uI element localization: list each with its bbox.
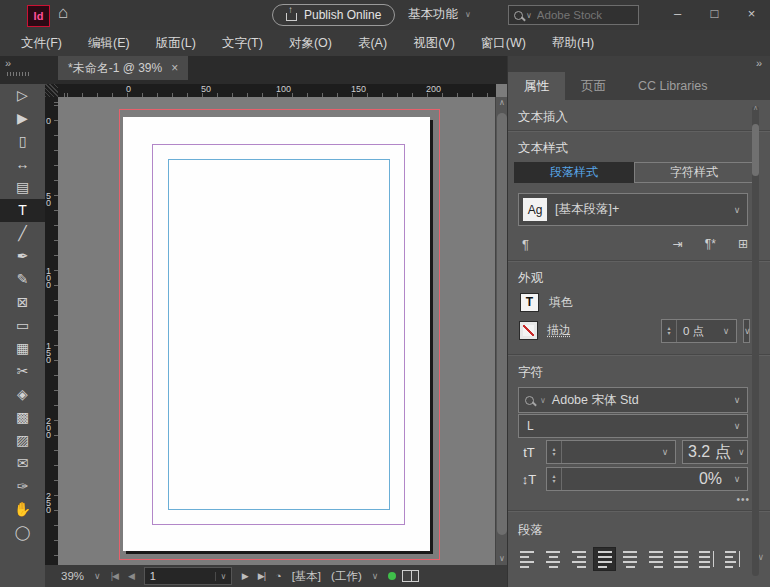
- justify-all-button[interactable]: [670, 547, 693, 571]
- chevron-down-icon[interactable]: ∨: [655, 441, 675, 463]
- chevron-down-icon[interactable]: ∨: [727, 468, 747, 490]
- previous-page-button[interactable]: ◀: [128, 571, 134, 581]
- stroke-weight-field[interactable]: ▴▾ 0 点 ∨: [661, 319, 737, 343]
- tools-grip-handle[interactable]: [7, 72, 29, 76]
- last-page-button[interactable]: ▶|: [258, 571, 265, 581]
- tab-close-icon[interactable]: ×: [171, 61, 178, 75]
- tools-collapse-icon[interactable]: »: [5, 57, 11, 69]
- menu-layout[interactable]: 版面(L): [143, 30, 209, 56]
- scissors-tool[interactable]: ✂: [0, 360, 45, 383]
- rectangle-tool[interactable]: ▭: [0, 314, 45, 337]
- stroke-label[interactable]: 描边: [547, 322, 571, 339]
- free-transform-tool[interactable]: ◈: [0, 383, 45, 406]
- content-collector-tool[interactable]: ▤: [0, 176, 45, 199]
- next-page-button[interactable]: ▶: [242, 571, 248, 581]
- chevron-down-icon[interactable]: ∨: [744, 320, 751, 342]
- gradient-feather-tool[interactable]: ▨: [0, 429, 45, 452]
- font-style-dropdown[interactable]: L ∨: [518, 414, 748, 438]
- tab-pages[interactable]: 页面: [565, 72, 622, 100]
- menu-object[interactable]: 对象(O): [276, 30, 345, 56]
- zoom-level[interactable]: 39%: [61, 570, 84, 582]
- new-style-icon[interactable]: ⊞: [738, 237, 748, 251]
- workspace-switcher[interactable]: 基本功能 ∨: [408, 6, 471, 23]
- type-tool[interactable]: T: [0, 199, 45, 222]
- align-right-button[interactable]: [567, 547, 590, 571]
- stroke-swatch[interactable]: [520, 322, 537, 339]
- page-tool[interactable]: ▯: [0, 130, 45, 153]
- gap-tool[interactable]: ↔: [0, 153, 45, 176]
- font-size-secondary-field[interactable]: 3.2 点 ∨: [682, 440, 748, 464]
- first-page-button[interactable]: |◀: [111, 571, 118, 581]
- chevron-down-icon[interactable]: ∨: [716, 320, 736, 342]
- align-center-button[interactable]: [542, 547, 565, 571]
- clear-overrides-icon[interactable]: ¶*: [705, 237, 716, 251]
- preflight-preset[interactable]: [基本]: [292, 569, 321, 584]
- preflight-icon[interactable]: ◔: [275, 570, 282, 582]
- horizontal-grid-tool[interactable]: ▦: [0, 337, 45, 360]
- menu-view[interactable]: 视图(V): [400, 30, 468, 56]
- menu-table[interactable]: 表(A): [345, 30, 400, 56]
- selection-tool[interactable]: ▷: [0, 84, 45, 107]
- close-button[interactable]: ×: [733, 0, 770, 26]
- page-number-field[interactable]: ∨: [144, 567, 232, 585]
- font-family-dropdown[interactable]: ∨ Adobe 宋体 Std ∨: [518, 387, 748, 413]
- rectangle-frame-tool[interactable]: ⊠: [0, 291, 45, 314]
- chevron-down-icon[interactable]: ∨: [736, 441, 747, 463]
- justify-last-left-button[interactable]: [593, 547, 616, 571]
- preflight-chevron-icon[interactable]: ∨: [372, 571, 379, 581]
- horizontal-ruler[interactable]: 0 50 100 150 200: [58, 84, 496, 97]
- pen-tool[interactable]: ✒: [0, 245, 45, 268]
- more-options-icon[interactable]: •••: [736, 494, 750, 505]
- fill-swatch[interactable]: T: [520, 293, 539, 312]
- align-away-spine-button[interactable]: [721, 547, 744, 571]
- paragraph-style-dropdown[interactable]: Ag [基本段落]+ ∨: [518, 193, 748, 226]
- tab-cc-libraries[interactable]: CC Libraries: [622, 72, 723, 100]
- stroke-weight-value[interactable]: 0 点: [677, 324, 710, 339]
- scrollbar-thumb[interactable]: [497, 113, 507, 535]
- panel-scrollbar[interactable]: ∧: [752, 106, 759, 576]
- zoom-chevron-icon[interactable]: ∨: [94, 571, 101, 581]
- publish-online-button[interactable]: Publish Online: [272, 4, 395, 26]
- text-frame[interactable]: [168, 159, 390, 510]
- home-icon[interactable]: ⌂: [58, 3, 68, 23]
- gradient-swatch-tool[interactable]: ▩: [0, 406, 45, 429]
- menu-help[interactable]: 帮助(H): [539, 30, 607, 56]
- leading-value[interactable]: 0%: [694, 470, 727, 488]
- leading-field[interactable]: ▴▾ 0% ∨: [546, 467, 748, 491]
- page-dropdown-icon[interactable]: ∨: [215, 572, 231, 581]
- justify-last-center-button[interactable]: [619, 547, 642, 571]
- panel-collapse-icon[interactable]: »: [756, 57, 762, 69]
- character-style-tab[interactable]: 字符样式: [634, 162, 754, 183]
- font-size-secondary-value[interactable]: 3.2 点: [683, 442, 736, 463]
- align-left-button[interactable]: [516, 547, 539, 571]
- panel-scrollbar-thumb[interactable]: [752, 124, 759, 176]
- line-tool[interactable]: ╱: [0, 222, 45, 245]
- minimize-button[interactable]: –: [659, 0, 696, 26]
- page-number-input[interactable]: [145, 570, 215, 582]
- direct-selection-tool[interactable]: ▶: [0, 107, 45, 130]
- menu-edit[interactable]: 编辑(E): [75, 30, 143, 56]
- align-toward-spine-button[interactable]: [695, 547, 718, 571]
- eyedropper-tool[interactable]: ✑: [0, 475, 45, 498]
- search-input[interactable]: [535, 8, 617, 22]
- chevron-down-icon[interactable]: ∨: [727, 388, 747, 412]
- maximize-button[interactable]: □: [696, 0, 733, 26]
- vertical-ruler[interactable]: 0 50 100 150 200 250: [45, 97, 58, 565]
- font-size-field[interactable]: ▴▾ ∨: [546, 440, 676, 464]
- panel-scroll-up-icon[interactable]: ∧: [752, 104, 759, 112]
- pencil-tool[interactable]: ✎: [0, 268, 45, 291]
- paragraph-style-tab[interactable]: 段落样式: [514, 162, 634, 183]
- paragraph-options-icon[interactable]: ¶: [522, 237, 529, 252]
- document-tab[interactable]: *未命名-1 @ 39% ×: [58, 56, 188, 80]
- ruler-origin-box[interactable]: [45, 84, 59, 98]
- adobe-stock-search[interactable]: ∨: [508, 5, 639, 25]
- chevron-down-icon[interactable]: ∨: [727, 415, 747, 437]
- chevron-down-icon[interactable]: ∨: [727, 194, 747, 225]
- zoom-tool[interactable]: ◯: [0, 521, 45, 544]
- menu-file[interactable]: 文件(F): [8, 30, 75, 56]
- stroke-type-dropdown[interactable]: ∨: [743, 319, 750, 343]
- pasteboard[interactable]: [58, 97, 496, 565]
- menu-type[interactable]: 文字(T): [209, 30, 276, 56]
- load-styles-icon[interactable]: ⇥: [673, 237, 683, 251]
- menu-window[interactable]: 窗口(W): [468, 30, 539, 56]
